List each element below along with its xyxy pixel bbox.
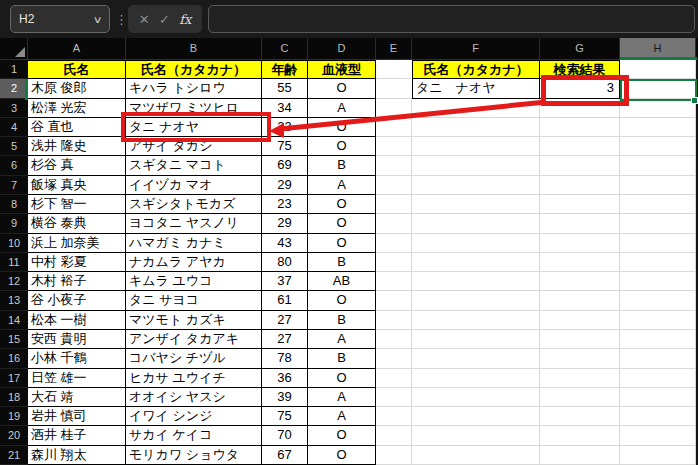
cell-h5[interactable]	[620, 137, 696, 156]
cell-d10[interactable]: O	[308, 234, 376, 253]
cell-d18[interactable]: A	[308, 388, 376, 407]
cell-b6[interactable]: スギタニ マコト	[126, 156, 262, 175]
cell-f9[interactable]	[412, 214, 540, 233]
cell-d16[interactable]: B	[308, 349, 376, 368]
cell-a20[interactable]: 酒井 桂子	[28, 426, 126, 445]
cell-f20[interactable]	[412, 426, 540, 445]
cell-b14[interactable]: マツモト カズキ	[126, 311, 262, 330]
cell-c6[interactable]: 69	[262, 156, 308, 175]
cell-a1[interactable]: 氏名	[28, 60, 126, 79]
cell-h16[interactable]	[620, 349, 696, 368]
row-header-9[interactable]: 9	[0, 214, 28, 233]
cell-c5[interactable]: 75	[262, 137, 308, 156]
cell-f8[interactable]	[412, 195, 540, 214]
cell-f21[interactable]	[412, 446, 540, 465]
cell-g11[interactable]	[540, 253, 620, 272]
cell-c7[interactable]: 29	[262, 176, 308, 195]
cell-f5[interactable]	[412, 137, 540, 156]
cell-h7[interactable]	[620, 176, 696, 195]
cell-a10[interactable]: 浜上 加奈美	[28, 234, 126, 253]
cell-c9[interactable]: 29	[262, 214, 308, 233]
cell-e20[interactable]	[376, 426, 412, 445]
cell-h17[interactable]	[620, 369, 696, 388]
cell-h2[interactable]	[620, 79, 696, 98]
cell-g19[interactable]	[540, 407, 620, 426]
cell-g20[interactable]	[540, 426, 620, 445]
cell-e3[interactable]	[376, 99, 412, 118]
cell-g6[interactable]	[540, 156, 620, 175]
cell-c1[interactable]: 年齢	[262, 60, 308, 79]
cell-g16[interactable]	[540, 349, 620, 368]
cell-a4[interactable]: 谷 直也	[28, 118, 126, 137]
cell-d5[interactable]: O	[308, 137, 376, 156]
cell-e10[interactable]	[376, 234, 412, 253]
cell-e11[interactable]	[376, 253, 412, 272]
cell-e5[interactable]	[376, 137, 412, 156]
cell-a2[interactable]: 木原 俊郎	[28, 79, 126, 98]
cell-f1[interactable]: 氏名（カタカナ）	[412, 60, 540, 79]
cell-h14[interactable]	[620, 311, 696, 330]
cell-d7[interactable]: A	[308, 176, 376, 195]
cell-h18[interactable]	[620, 388, 696, 407]
cell-b5[interactable]: アサイ タカシ	[126, 137, 262, 156]
row-header-13[interactable]: 13	[0, 291, 28, 310]
cell-e1[interactable]	[376, 60, 412, 79]
cell-a5[interactable]: 浅井 隆史	[28, 137, 126, 156]
cell-h6[interactable]	[620, 156, 696, 175]
cell-g10[interactable]	[540, 234, 620, 253]
cell-h11[interactable]	[620, 253, 696, 272]
cell-f13[interactable]	[412, 291, 540, 310]
cell-c4[interactable]: 33	[262, 118, 308, 137]
cell-a15[interactable]: 安西 貴明	[28, 330, 126, 349]
cell-g8[interactable]	[540, 195, 620, 214]
cell-f18[interactable]	[412, 388, 540, 407]
cell-d19[interactable]: A	[308, 407, 376, 426]
cell-d6[interactable]: B	[308, 156, 376, 175]
cell-f16[interactable]	[412, 349, 540, 368]
cell-g2[interactable]: 3	[540, 79, 620, 98]
row-header-12[interactable]: 12	[0, 272, 28, 291]
cell-h20[interactable]	[620, 426, 696, 445]
row-header-16[interactable]: 16	[0, 349, 28, 368]
row-header-19[interactable]: 19	[0, 407, 28, 426]
select-all-corner[interactable]	[0, 38, 28, 59]
row-header-21[interactable]: 21	[0, 446, 28, 465]
cell-b16[interactable]: コバヤシ チヅル	[126, 349, 262, 368]
cell-f17[interactable]	[412, 369, 540, 388]
cell-e9[interactable]	[376, 214, 412, 233]
cell-c2[interactable]: 55	[262, 79, 308, 98]
row-header-18[interactable]: 18	[0, 388, 28, 407]
column-header-c[interactable]: C	[262, 38, 308, 59]
cell-d9[interactable]: O	[308, 214, 376, 233]
cell-g12[interactable]	[540, 272, 620, 291]
cell-b10[interactable]: ハマガミ カナミ	[126, 234, 262, 253]
row-header-14[interactable]: 14	[0, 311, 28, 330]
cell-h13[interactable]	[620, 291, 696, 310]
cell-g7[interactable]	[540, 176, 620, 195]
cell-h21[interactable]	[620, 446, 696, 465]
cell-f2[interactable]: タニ ナオヤ	[412, 79, 540, 98]
cell-f6[interactable]	[412, 156, 540, 175]
cell-e16[interactable]	[376, 349, 412, 368]
cell-e18[interactable]	[376, 388, 412, 407]
cancel-icon[interactable]: ✕	[139, 12, 150, 27]
cell-b9[interactable]: ヨコタニ ヤスノリ	[126, 214, 262, 233]
cell-c14[interactable]: 27	[262, 311, 308, 330]
cell-a17[interactable]: 日笠 雄一	[28, 369, 126, 388]
cell-a9[interactable]: 横谷 泰典	[28, 214, 126, 233]
cell-c18[interactable]: 39	[262, 388, 308, 407]
cell-e19[interactable]	[376, 407, 412, 426]
cell-a7[interactable]: 飯塚 真央	[28, 176, 126, 195]
cell-g4[interactable]	[540, 118, 620, 137]
cell-b20[interactable]: サカイ ケイコ	[126, 426, 262, 445]
cell-c12[interactable]: 37	[262, 272, 308, 291]
enter-icon[interactable]: ✓	[159, 12, 170, 27]
row-header-10[interactable]: 10	[0, 234, 28, 253]
cell-d21[interactable]: O	[308, 446, 376, 465]
cell-e13[interactable]	[376, 291, 412, 310]
cell-e6[interactable]	[376, 156, 412, 175]
row-header-1[interactable]: 1	[0, 60, 28, 79]
cell-a3[interactable]: 松澤 光宏	[28, 99, 126, 118]
cell-d15[interactable]: A	[308, 330, 376, 349]
name-box[interactable]: H2 ∨	[10, 5, 110, 33]
